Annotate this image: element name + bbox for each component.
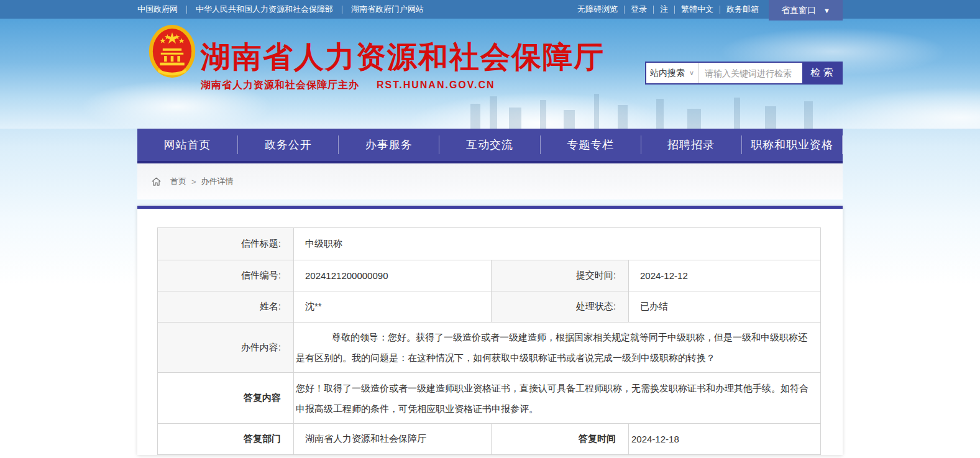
name-value: 沈** bbox=[294, 291, 492, 323]
nav-item-interaction[interactable]: 互动交流 bbox=[439, 137, 539, 152]
separator bbox=[720, 6, 720, 14]
table-row: 答复内容 您好！取得了一级造价或者一级建造师职业资格证书，直接认可具备工程师职称… bbox=[158, 373, 821, 424]
name-label: 姓名: bbox=[158, 291, 294, 323]
status-label: 处理状态: bbox=[492, 291, 629, 323]
separator bbox=[842, 135, 843, 154]
status-value: 已办结 bbox=[629, 291, 821, 323]
site-subtitle: 湖南省人力资源和社会保障厅主办RST.HUNAN.GOV.CN bbox=[201, 79, 605, 92]
letter-title-label: 信件标题: bbox=[158, 228, 294, 260]
breadcrumb-current: 办件详情 bbox=[201, 176, 234, 187]
nav-item-recruitment[interactable]: 招聘招录 bbox=[641, 137, 741, 152]
accessibility-link[interactable]: 无障碍浏览 bbox=[577, 4, 618, 15]
reply-dept-label: 答复部门 bbox=[158, 424, 294, 455]
separator bbox=[342, 6, 342, 14]
traditional-chinese-link[interactable]: 繁體中文 bbox=[681, 4, 713, 15]
reply-content-label: 答复内容 bbox=[158, 373, 294, 424]
table-row: 答复部门 湖南省人力资源和社会保障厅 答复时间 2024-12-18 bbox=[158, 424, 821, 455]
separator bbox=[186, 6, 187, 14]
table-row: 办件内容: 尊敬的领导：您好。获得了一级造价或者一级建造师，根据国家相关规定就等… bbox=[158, 323, 821, 373]
chevron-down-icon: ∨ bbox=[689, 69, 694, 77]
submit-time-value: 2024-12-12 bbox=[629, 260, 821, 291]
province-window-label: 省直窗口 bbox=[781, 5, 816, 16]
separator bbox=[674, 6, 675, 14]
reply-text: 您好！取得了一级造价或者一级建造师职业资格证书，直接认可具备工程师职称，无需换发… bbox=[296, 378, 814, 419]
submit-time-label: 提交时间: bbox=[492, 260, 629, 291]
nav-item-home[interactable]: 网站首页 bbox=[137, 137, 237, 152]
register-link[interactable]: 注 bbox=[660, 4, 668, 15]
content-value: 尊敬的领导：您好。获得了一级造价或者一级建造师，根据国家相关规定就等同于中级职称… bbox=[294, 323, 821, 373]
reply-content-value: 您好！取得了一级造价或者一级建造师职业资格证书，直接认可具备工程师职称，无需换发… bbox=[294, 373, 821, 424]
chevron-down-icon: ▼ bbox=[823, 7, 830, 14]
nav-item-gov-disclosure[interactable]: 政务公开 bbox=[238, 137, 338, 152]
nav-item-special-topics[interactable]: 专题专栏 bbox=[541, 137, 641, 152]
topbar-link-hunan-portal[interactable]: 湖南省政府门户网站 bbox=[351, 4, 424, 15]
topbar-link-mohrss[interactable]: 中华人民共和国人力资源和社会保障部 bbox=[196, 4, 333, 15]
main-navigation: 网站首页 政务公开 办事服务 互动交流 专题专栏 招聘招录 职称和职业资格 bbox=[0, 129, 980, 163]
login-link[interactable]: 登录 bbox=[631, 4, 647, 15]
separator bbox=[624, 6, 625, 14]
home-icon[interactable] bbox=[151, 176, 162, 187]
topbar-link-gov-cn[interactable]: 中国政府网 bbox=[137, 4, 178, 15]
table-row: 信件标题: 中级职称 bbox=[158, 228, 821, 260]
breadcrumb: 首页 > 办件详情 bbox=[137, 163, 843, 199]
reply-time-value: 2024-12-18 bbox=[629, 424, 821, 455]
letter-number-value: 2024121200000090 bbox=[294, 260, 492, 291]
site-sponsor: 湖南省人力资源和社会保障厅主办 bbox=[201, 80, 359, 90]
topbar-right-group: 无障碍浏览 登录 注 繁體中文 政务邮箱 省直窗口 ▼ bbox=[577, 0, 843, 19]
content-panel: 信件标题: 中级职称 信件编号: 2024121200000090 提交时间: … bbox=[137, 206, 843, 455]
search-input[interactable] bbox=[698, 63, 802, 83]
letter-detail-table: 信件标题: 中级职称 信件编号: 2024121200000090 提交时间: … bbox=[157, 227, 821, 455]
content-label: 办件内容: bbox=[158, 323, 294, 373]
top-bar: 中国政府网 中华人民共和国人力资源和社会保障部 湖南省政府门户网站 无障碍浏览 … bbox=[0, 0, 980, 19]
table-row: 姓名: 沈** 处理状态: 已办结 bbox=[158, 291, 821, 323]
site-search: 站内搜索 ∨ 检 索 bbox=[645, 62, 843, 85]
city-skyline-decoration bbox=[455, 93, 843, 129]
content-text: 尊敬的领导：您好。获得了一级造价或者一级建造师，根据国家相关规定就等同于中级职称… bbox=[296, 327, 814, 368]
search-scope-label: 站内搜索 bbox=[650, 68, 685, 79]
gov-mailbox-link[interactable]: 政务邮箱 bbox=[726, 4, 759, 15]
letter-number-label: 信件编号: bbox=[158, 260, 294, 291]
nav-item-services[interactable]: 办事服务 bbox=[339, 137, 439, 152]
reply-dept-value: 湖南省人力资源和社会保障厅 bbox=[294, 424, 492, 455]
site-title: 湖南省人力资源和社会保障厅 bbox=[201, 41, 605, 74]
nav-item-titles-qualifications[interactable]: 职称和职业资格 bbox=[742, 137, 842, 152]
separator bbox=[653, 6, 654, 14]
letter-title-value: 中级职称 bbox=[294, 228, 821, 260]
table-row: 信件编号: 2024121200000090 提交时间: 2024-12-12 bbox=[158, 260, 821, 291]
site-header: 湖南省人力资源和社会保障厅 湖南省人力资源和社会保障厅主办RST.HUNAN.G… bbox=[0, 19, 980, 129]
reply-time-label: 答复时间 bbox=[492, 424, 629, 455]
breadcrumb-home-link[interactable]: 首页 bbox=[170, 176, 186, 187]
site-domain: RST.HUNAN.GOV.CN bbox=[377, 80, 495, 90]
national-emblem-logo bbox=[149, 22, 196, 82]
breadcrumb-separator: > bbox=[191, 177, 196, 186]
province-window-dropdown[interactable]: 省直窗口 ▼ bbox=[769, 0, 843, 21]
search-button[interactable]: 检 索 bbox=[802, 63, 841, 83]
search-scope-select[interactable]: 站内搜索 ∨ bbox=[646, 63, 698, 83]
